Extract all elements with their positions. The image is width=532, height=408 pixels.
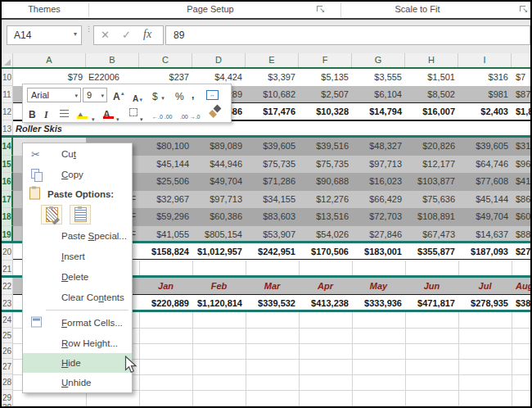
cell-E19[interactable]: $53,907 [246,226,299,244]
cell-F22[interactable]: Apr [299,278,352,295]
cell-H16[interactable]: $103,877 [405,173,458,191]
cell-E23[interactable]: $339,532 [246,295,299,312]
cell-E11[interactable]: $10,682 [246,86,299,103]
cell-J17[interactable]: $86,42 [513,191,532,209]
cell-F10[interactable]: $5,135 [299,69,352,86]
cell-F19[interactable]: $54,026 [299,226,352,244]
merge-center-button[interactable]: ↔ [206,90,219,100]
chevron-down-icon[interactable]: ▾ [74,30,77,38]
cell-C23[interactable]: $220,889 [139,295,192,312]
menu-item-unhide[interactable]: Unhide [23,373,132,392]
row-header-28[interactable]: 28 [2,374,13,390]
col-header-H[interactable]: H [405,53,458,67]
cell-G16[interactable]: $16,023 [352,173,405,191]
cell-I22[interactable]: Jul [458,278,512,295]
cell-C20[interactable]: $158,824 [139,243,192,261]
cell-J18[interactable]: $60,49 [513,208,532,226]
cell-E18[interactable]: $83,603 [246,208,299,226]
name-box[interactable]: A14 ▾ [7,25,82,45]
cancel-icon[interactable]: ✕ [101,29,110,41]
cell-J15[interactable]: $96,32 [513,156,532,174]
font-name-select[interactable]: Arial ▾ [27,88,81,102]
cell-G12[interactable]: $14,794 [352,103,405,120]
cell-J22[interactable]: Aug [513,278,532,295]
cell-I12[interactable]: $2,403 [458,103,512,120]
cell-D16[interactable]: $49,704 [192,173,246,191]
cell-J12[interactable]: $1,89 [513,103,532,120]
row-header-10[interactable]: 10 [2,69,13,86]
cell-H22[interactable]: Jun [405,278,458,295]
fill-color-button[interactable]: ⛰ [77,107,90,118]
cell-F23[interactable]: $413,238 [299,295,352,312]
cell-H23[interactable]: $471,817 [405,295,458,312]
cell-F16[interactable]: $90,688 [299,173,352,191]
cell-J11[interactable]: $87, [513,86,532,103]
cell-I10[interactable]: $316 [458,69,512,86]
cell-F14[interactable]: $39,516 [299,138,352,156]
row-header-22[interactable]: 22 [2,278,13,295]
cell-H10[interactable]: $1,501 [405,69,458,86]
row-header-26[interactable]: 26 [2,343,13,359]
shrink-font-button[interactable]: A▼ [133,90,143,105]
font-color-button[interactable]: A [103,107,115,118]
cell-D15[interactable]: $44,946 [192,156,246,174]
cell-G17[interactable]: $66,429 [352,191,405,209]
center-align-icon[interactable] [60,110,69,117]
cell-H18[interactable]: $108,891 [405,208,458,226]
cell-I11[interactable]: $981 [458,86,512,103]
select-all-corner[interactable] [2,53,13,67]
cell-I14[interactable]: $39,605 [458,138,512,156]
cell-I17[interactable]: $45,144 [458,191,512,209]
menu-item-paste-special[interactable]: Paste Special... [23,225,132,246]
cell-I20[interactable]: $187,093 [458,243,512,261]
row-header-15[interactable]: 15 [2,156,13,174]
decrease-decimal-button[interactable]: .00 →.0 [180,107,201,122]
dialog-launcher-icon[interactable] [519,5,527,13]
cell-I15[interactable]: $64,746 [458,156,512,174]
enter-icon[interactable]: ✓ [122,29,131,41]
bold-button[interactable]: B [29,107,36,121]
cell-H11[interactable]: $8,502 [405,86,458,103]
cell-D19[interactable]: $805,154 [192,226,246,244]
formula-bar-grip[interactable]: ⋮ [85,27,88,45]
accounting-format-button[interactable]: $ ▾ [152,88,165,103]
cell-F12[interactable]: $10,328 [299,103,352,120]
col-header-B[interactable]: B [86,53,139,67]
cell-F11[interactable]: $2,507 [299,86,352,103]
cell-H17[interactable]: $75,636 [405,191,458,209]
cell-G19[interactable]: $27,846 [352,226,405,244]
cell-I18[interactable]: $49,704 [458,208,512,226]
row-header-16[interactable]: 16 [2,173,13,191]
percent-style-button[interactable]: % [175,88,184,103]
chevron-down-icon[interactable]: ▾ [140,110,143,125]
cell-C17[interactable]: $32,967 [139,191,192,209]
row-header-14[interactable]: 14 [2,138,13,156]
menu-item-cut[interactable]: ✂Cut [23,143,132,164]
cell-C15[interactable]: $45,144 [139,156,192,174]
paste-button[interactable] [70,205,91,224]
menu-item-format-cells[interactable]: Format Cells... [23,312,132,333]
row-header-17[interactable]: 17 [2,191,13,209]
col-header-F[interactable]: F [299,53,352,67]
cell-F18[interactable]: $13,516 [299,208,352,226]
cell-J16[interactable]: $41,85 [513,173,532,191]
comma-style-button[interactable]: , [192,87,194,102]
cell-I19[interactable]: $14,637 [458,226,512,244]
cell-D20[interactable]: $1,012,957 [192,243,246,261]
grow-font-button[interactable]: A▲ [113,88,125,103]
cell-D14[interactable]: $89,089 [192,138,246,156]
chevron-down-icon[interactable]: ▾ [92,110,95,125]
cell-J10[interactable]: $7 [513,69,532,86]
paste-keep-formatting-button[interactable] [41,205,62,224]
cell-F17[interactable]: $12,276 [299,191,352,209]
col-header-G[interactable]: G [352,53,405,67]
cell-C22[interactable]: Jan [139,278,192,295]
borders-button[interactable] [129,108,138,116]
cell-G20[interactable]: $183,001 [352,243,405,261]
cell-F20[interactable]: $170,506 [299,243,352,261]
row-header-11[interactable]: 11 [2,86,13,103]
cell-D18[interactable]: $60,386 [192,208,246,226]
row-header-18[interactable]: 18 [2,208,13,226]
cell-H12[interactable]: $16,007 [405,103,458,120]
cell-H19[interactable]: $67,473 [405,226,458,244]
